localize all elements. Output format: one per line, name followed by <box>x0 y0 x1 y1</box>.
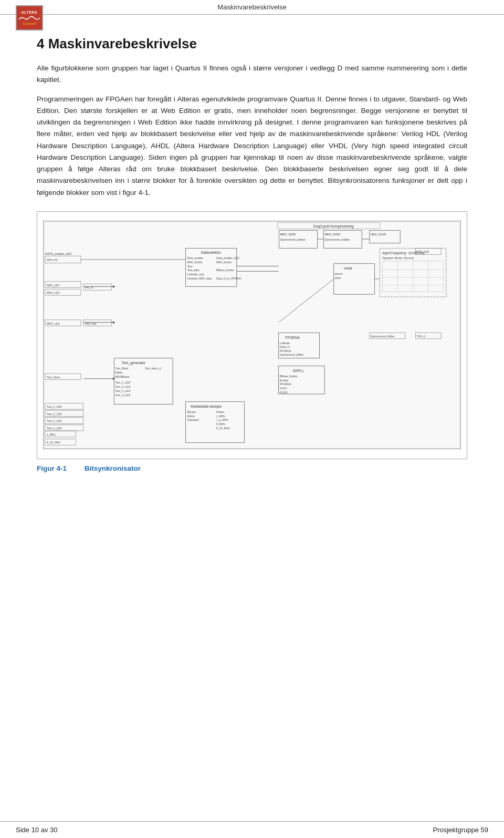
svg-text:Test_2_LED: Test_2_LED <box>47 412 62 416</box>
footer-left: Side 10 av 30 <box>16 826 58 834</box>
svg-text:Test_1_LED: Test_1_LED <box>115 381 130 384</box>
svg-text:link_nt: link_nt <box>85 286 93 289</box>
logo-wave-icon <box>19 15 40 22</box>
svg-text:Dataselektor: Dataselektor <box>201 251 222 254</box>
header-title: Maskinvarebeskrivelse <box>217 3 287 11</box>
chapter-title: Maskinvarebeskrivelse <box>48 36 197 51</box>
altera-logo: ALTERA Cyclone® <box>16 5 43 30</box>
diagram-svg: DutyCycle-Kompensering MRZ_N200 Gjennomn… <box>43 217 461 453</box>
svg-text:NRZ_LED: NRZ_LED <box>47 283 59 286</box>
svg-text:NRZ_link: NRZ_link <box>85 322 97 325</box>
svg-text:FFGENA: FFGENA <box>285 336 300 339</box>
svg-text:phone: phone <box>335 272 343 275</box>
svg-text:NRZ_N100: NRZ_N100 <box>371 233 386 236</box>
svg-text:Gjennomnet_bråkke: Gjennomnet_bråkke <box>280 238 306 241</box>
svg-text:Data_nt: Data_nt <box>280 345 290 348</box>
svg-text:NRZ_famba: NRZ_famba <box>216 261 232 264</box>
svg-text:Klinke: Klinke <box>187 415 195 418</box>
svg-text:1_p_MHz: 1_p_MHz <box>216 418 228 421</box>
svg-text:Test_Bipel: Test_Bipel <box>115 367 128 370</box>
svg-text:Test_3_LED: Test_3_LED <box>115 389 130 392</box>
svg-text:8_MHz: 8_MHz <box>216 422 225 426</box>
svg-text:MRZBBase: MRZBBase <box>115 375 129 378</box>
svg-text:BBase_famba: BBase_famba <box>216 268 234 272</box>
svg-text:Test_3_LED: Test_3_LED <box>47 419 62 422</box>
svg-text:FOLK: FOLK <box>280 387 287 390</box>
svg-text:Gjennomnet_klikke: Gjennomnet_klikke <box>371 335 394 338</box>
svg-text:MRZ_N350: MRZ_N350 <box>324 233 341 236</box>
svg-text:Klinke: Klinke <box>216 410 224 413</box>
svg-text:Fanenet_NRZ_data: Fanenet_NRZ_data <box>187 277 212 280</box>
svg-text:NRZ_LED: NRZ_LED <box>416 250 429 253</box>
svg-text:MRZ_N200: MRZ_N200 <box>280 233 297 236</box>
svg-text:Test_Store: Test_Store <box>47 376 60 379</box>
svg-text:Speaker Mode: Normal: Speaker Mode: Normal <box>382 256 414 260</box>
svg-text:Test_4_LED: Test_4_LED <box>47 427 62 430</box>
svg-text:Gjennomnet_bråkke: Gjennomnet_bråkke <box>324 238 350 241</box>
svg-text:Oskulator: Oskulator <box>187 418 199 421</box>
svg-text:BBase_famba: BBase_famba <box>280 375 298 378</box>
svg-text:Klikke: Klikke <box>115 371 122 374</box>
svg-text:Gjennomnet_klikke: Gjennomnet_klikke <box>280 353 303 356</box>
figure-container: DutyCycle-Kompensering MRZ_N200 Gjennomn… <box>37 211 467 459</box>
svg-text:Linkside_orig: Linkside_orig <box>187 273 204 276</box>
svg-text:Data_enable_LED: Data_enable_LED <box>216 256 239 260</box>
paragraph-1: Alle figurblokkene som gruppen har laget… <box>37 63 467 86</box>
cyclone-text: Cyclone® <box>23 22 36 25</box>
svg-text:MRZ_LED: MRZ_LED <box>47 291 60 294</box>
logo-area: ALTERA Cyclone® <box>16 5 47 34</box>
svg-text:PFGENA: PFGENA <box>280 349 291 353</box>
svg-text:DutyCycle-Kompensering: DutyCycle-Kompensering <box>313 224 354 229</box>
svg-text:GOLR: GOLR <box>280 391 288 394</box>
chapter-heading: 4 Maskinvarebeskrivelse <box>37 36 467 52</box>
svg-text:Test_data: Test_data <box>187 268 199 272</box>
svg-text:data_out: data_out <box>47 258 58 261</box>
svg-text:MRZ_LED: MRZ_LED <box>47 322 60 325</box>
svg-text:mrbd: mrbd <box>344 266 352 270</box>
svg-text:ADPLL: ADPLL <box>293 369 304 373</box>
svg-text:Test_data_nt: Test_data_nt <box>145 367 161 370</box>
main-content: 4 Maskinvarebeskrivelse Alle figurblokke… <box>0 15 504 514</box>
svg-text:NRZ_famba: NRZ_famba <box>187 261 202 264</box>
figure-title: Bitsynkronisator <box>85 464 141 472</box>
altera-text: ALTERA <box>22 11 38 14</box>
svg-text:Test_4_LED: Test_4_LED <box>115 394 130 397</box>
page-footer: Side 10 av 30 Prosjektgruppe 59 <box>0 821 504 838</box>
svg-text:TAR_A: TAR_A <box>416 335 425 338</box>
diagram-area: DutyCycle-Kompensering MRZ_N200 Gjennomn… <box>43 217 461 453</box>
page-header: Maskinvarebeskrivelse <box>0 0 504 15</box>
svg-text:Data_N_to_PFIENA: Data_N_to_PFIENA <box>216 277 242 280</box>
svg-text:drive: drive <box>335 276 341 280</box>
paragraph-2: Programmeringen av FPGAen har foregått i… <box>37 94 467 199</box>
svg-text:1_MHz: 1_MHz <box>47 433 56 436</box>
figure-caption: Figur 4-1 Bitsynkronisator <box>37 464 467 472</box>
svg-text:Test_1_LED: Test_1_LED <box>47 405 62 408</box>
svg-text:Binase: Binase <box>187 410 195 413</box>
figure-label: Figur 4-1 <box>37 464 67 472</box>
svg-text:Test_2_LED: Test_2_LED <box>115 385 130 388</box>
svg-text:1_MHz: 1_MHz <box>216 415 225 418</box>
svg-text:K_25_MHz: K_25_MHz <box>47 441 61 444</box>
svg-text:Klokkekilde-divisjon: Klokkekilde-divisjon <box>191 405 222 409</box>
footer-right: Prosjektgruppe 59 <box>433 826 488 834</box>
svg-text:Linkside: Linkside <box>280 341 290 344</box>
svg-text:8_25_MHz: 8_25_MHz <box>216 427 230 430</box>
chapter-number: 4 <box>37 36 44 51</box>
svg-text:DATA_enable_LED: DATA_enable_LED <box>45 252 71 255</box>
svg-text:Test: Test <box>187 264 192 267</box>
svg-text:Test_generator: Test_generator <box>122 361 146 365</box>
svg-text:PFGENA: PFGENA <box>280 382 291 386</box>
svg-text:Data_enable: Data_enable <box>187 256 203 260</box>
svg-text:Enable: Enable <box>280 379 289 382</box>
